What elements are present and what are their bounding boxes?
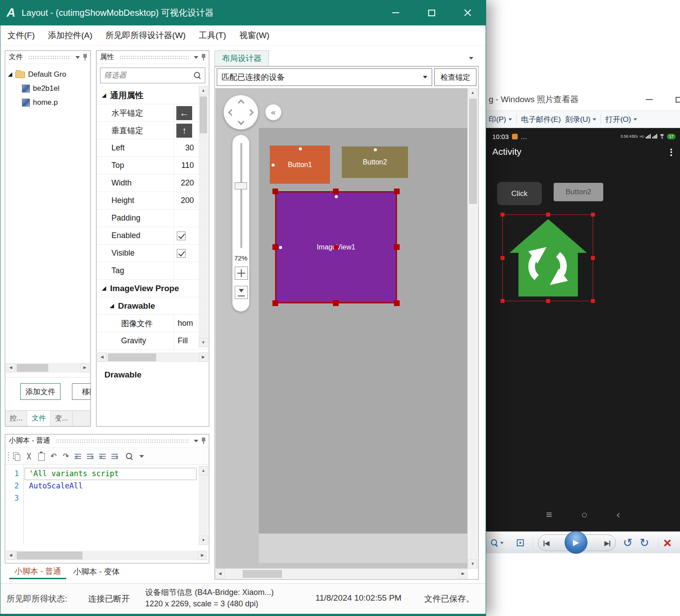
scroll-right-icon[interactable]: ▶ <box>458 569 468 578</box>
tab-layout-designer[interactable]: 布局设计器 <box>215 50 269 66</box>
section-imageview[interactable]: ImageView Prope <box>97 280 209 297</box>
close-button[interactable] <box>450 0 486 25</box>
script-editor[interactable]: 1 2 3 'All variants script AutoScaleAll <box>5 465 209 544</box>
minimize-button[interactable] <box>378 0 414 25</box>
resize-handle[interactable] <box>394 244 400 250</box>
search-icon[interactable] <box>125 452 133 460</box>
scrollbar-thumb[interactable] <box>200 96 207 133</box>
maximize-button[interactable] <box>414 0 450 25</box>
tab-variants[interactable]: 变... <box>50 411 72 426</box>
minimize-icon[interactable] <box>646 99 653 100</box>
selection-handle[interactable] <box>501 299 505 303</box>
check-anchors-button[interactable]: 检查锚定 <box>434 68 476 86</box>
selection-handle[interactable] <box>591 299 595 303</box>
outdent-icon[interactable] <box>73 451 83 462</box>
rotate-ccw-button[interactable]: ↺ <box>623 532 633 554</box>
scroll-left-icon[interactable]: ◀ <box>6 363 15 372</box>
open-menu[interactable]: 打开(O) <box>605 114 637 125</box>
chevron-down-icon[interactable] <box>469 57 473 60</box>
redo-icon[interactable]: ↷ <box>61 451 71 462</box>
menu-window[interactable]: 视窗(W) <box>239 30 269 41</box>
designer-imageview1[interactable]: ImageView1 <box>275 191 397 303</box>
filter-input[interactable] <box>104 71 193 80</box>
files-horizontal-scrollbar[interactable]: ◀ ▶ <box>6 363 89 373</box>
zoom-slider-handle[interactable] <box>235 182 247 189</box>
zoom-control[interactable] <box>490 532 504 554</box>
tab-files[interactable]: 文件 <box>27 411 50 426</box>
h-anchor-left-icon[interactable]: ← <box>176 106 192 120</box>
resize-handle[interactable] <box>333 189 339 194</box>
toolbar-overflow-icon[interactable] <box>140 455 144 458</box>
tree-item-file[interactable]: be2b1el <box>5 82 90 96</box>
scroll-right-icon[interactable]: ▶ <box>199 353 208 362</box>
pan-up-icon[interactable] <box>238 100 245 107</box>
pin-icon[interactable] <box>201 53 206 61</box>
chevron-down-icon[interactable] <box>75 56 80 59</box>
uncomment-icon[interactable] <box>110 451 120 462</box>
comment-icon[interactable] <box>97 451 108 462</box>
actual-size-button[interactable] <box>517 532 524 554</box>
scrollbar-thumb[interactable] <box>108 353 156 361</box>
selection-handle[interactable] <box>591 256 595 260</box>
undo-icon[interactable]: ↶ <box>48 451 59 462</box>
design-canvas[interactable]: Button1 Button2 ImageView1 <box>215 88 468 569</box>
section-general[interactable]: 通用属性 <box>97 87 209 104</box>
chevron-down-icon[interactable] <box>194 56 198 59</box>
section-drawable[interactable]: Drawable <box>97 297 209 315</box>
cut-icon[interactable] <box>24 451 34 462</box>
script-vertical-scrollbar[interactable]: ▲ ▼ <box>199 466 208 545</box>
pan-navigator[interactable] <box>223 95 258 130</box>
scrollbar-thumb[interactable] <box>243 570 282 578</box>
recents-icon[interactable]: ≡ <box>546 509 552 521</box>
indent-icon[interactable] <box>85 451 96 462</box>
menu-file[interactable]: 文件(F) <box>7 30 35 41</box>
script-horizontal-scrollbar[interactable]: ◀ ▶ <box>6 551 207 560</box>
maximize-icon[interactable] <box>676 97 680 103</box>
selection-handle[interactable] <box>501 213 505 217</box>
menu-wysiwyg-designer[interactable]: 所见即所得设计器(W) <box>106 30 186 41</box>
remove-file-button[interactable]: 移除 <box>72 383 91 400</box>
properties-horizontal-scrollbar[interactable]: ◀ ▶ <box>97 353 208 362</box>
tab-controls[interactable]: 控... <box>5 411 27 426</box>
scroll-down-icon[interactable]: ▼ <box>199 536 208 545</box>
scroll-up-icon[interactable]: ▲ <box>199 466 208 475</box>
copy-icon[interactable] <box>11 451 22 462</box>
next-button[interactable]: ▶ <box>604 535 610 552</box>
scroll-down-icon[interactable]: ▼ <box>468 559 477 569</box>
v-anchor-top-icon[interactable]: ↑ <box>176 124 192 138</box>
scroll-left-icon[interactable]: ◀ <box>97 353 107 362</box>
titlebar[interactable]: A Layout - (cutimgShowMobDesktop) 可视化设计器 <box>0 0 486 25</box>
home-icon[interactable]: ○ <box>581 509 588 521</box>
zoom-slider-track[interactable] <box>240 143 242 248</box>
scroll-right-icon[interactable]: ▶ <box>80 363 89 372</box>
center-anchor-dot[interactable] <box>333 245 339 250</box>
device-selector-dropdown[interactable]: 匹配已连接的设备 <box>217 68 432 86</box>
designer-vertical-scrollbar[interactable]: ▲ ▼ <box>468 88 478 569</box>
expander-icon[interactable] <box>8 72 12 77</box>
pin-icon[interactable] <box>201 437 206 445</box>
resize-handle[interactable] <box>333 300 339 306</box>
scrollbar-thumb[interactable] <box>469 99 477 204</box>
enabled-checkbox[interactable] <box>177 231 186 240</box>
scrollbar-thumb[interactable] <box>17 552 82 559</box>
pan-left-icon[interactable] <box>228 109 235 116</box>
designer-button1[interactable]: Button1 <box>270 146 330 184</box>
scrollbar-thumb[interactable] <box>17 364 48 372</box>
selection-handle[interactable] <box>546 213 550 217</box>
scroll-left-icon[interactable]: ◀ <box>6 551 15 560</box>
selection-handle[interactable] <box>591 213 595 217</box>
tree-item-default-group[interactable]: Default Gro <box>5 68 90 82</box>
designer-button2[interactable]: Button2 <box>342 146 408 178</box>
burn-menu[interactable]: 刻录(U) <box>565 114 596 125</box>
menu-add-control[interactable]: 添加控件(A) <box>48 30 92 41</box>
rotate-cw-button[interactable]: ↻ <box>640 532 649 554</box>
add-file-button[interactable]: 添加文件 <box>20 383 61 400</box>
slideshow-button[interactable]: ▶ <box>565 531 587 554</box>
visible-checkbox[interactable] <box>177 249 186 258</box>
scroll-down-icon[interactable]: ▼ <box>199 338 208 347</box>
pan-right-icon[interactable] <box>247 109 254 116</box>
scroll-up-icon[interactable]: ▲ <box>199 86 208 95</box>
kebab-menu-icon[interactable] <box>670 147 672 157</box>
properties-vertical-scrollbar[interactable]: ▲ ▼ <box>199 86 208 347</box>
print-menu[interactable]: 印(P) <box>489 114 512 125</box>
